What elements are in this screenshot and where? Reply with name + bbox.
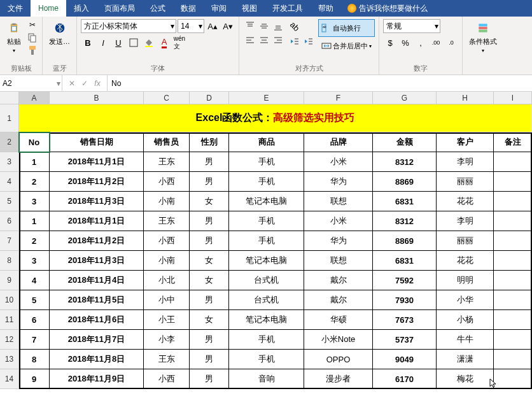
row-header[interactable]: 12 [0, 330, 19, 350]
cell[interactable]: 牛牛 [437, 330, 494, 350]
cell[interactable]: 手机 [229, 152, 304, 172]
phonetic-button[interactable]: wén文 [172, 36, 186, 50]
cell[interactable]: 李明 [437, 152, 494, 172]
menu-help[interactable]: 帮助 [311, 0, 341, 17]
cell[interactable]: 手机 [229, 172, 304, 192]
cell[interactable]: 潇潇 [437, 350, 494, 369]
cell[interactable]: 男 [190, 172, 229, 192]
column-header[interactable]: D [190, 92, 229, 104]
cell[interactable]: 8 [19, 350, 50, 369]
cell[interactable] [494, 369, 532, 389]
cell[interactable]: 手机 [229, 350, 304, 369]
increase-decimal-button[interactable]: .00 [429, 36, 443, 50]
row-header[interactable]: 14 [0, 369, 19, 389]
cell[interactable] [494, 152, 532, 172]
cell[interactable]: 笔记本电脑 [229, 192, 304, 211]
cell[interactable]: 戴尔 [304, 290, 373, 310]
increase-indent-button[interactable] [302, 34, 316, 48]
cell[interactable]: 8312 [373, 211, 437, 231]
cell[interactable]: 9049 [373, 350, 437, 369]
cell[interactable]: 男 [190, 231, 229, 251]
cell[interactable]: 男 [190, 152, 229, 172]
fx-button[interactable]: fx [92, 79, 103, 88]
cell[interactable]: 漫步者 [304, 369, 373, 389]
column-header[interactable]: H [437, 92, 494, 104]
cell[interactable]: 2018年11月1日 [50, 152, 144, 172]
cell[interactable]: OPPO [304, 350, 373, 369]
cell[interactable]: 小南 [144, 192, 190, 211]
cell[interactable]: 金额 [373, 132, 437, 152]
cell[interactable]: 小米 [304, 152, 373, 172]
cell[interactable]: 男 [190, 290, 229, 310]
cell[interactable]: 2 [19, 172, 50, 192]
cell[interactable]: 小西 [144, 231, 190, 251]
cell[interactable]: 女 [190, 310, 229, 330]
column-header[interactable]: C [144, 92, 190, 104]
tell-me[interactable]: 告诉我你想要做什么 [341, 0, 434, 17]
cell[interactable]: 女 [190, 251, 229, 271]
decrease-font-button[interactable]: A▾ [221, 19, 235, 33]
name-box-input[interactable] [3, 79, 59, 88]
cell[interactable]: 小杨 [437, 310, 494, 330]
cell[interactable] [494, 172, 532, 192]
cell[interactable]: 6 [19, 310, 50, 330]
cell[interactable]: 3 [19, 251, 50, 271]
bluetooth-send-button[interactable]: 发送… [46, 19, 73, 48]
row-header[interactable]: 10 [0, 290, 19, 310]
cell[interactable]: 2018年11月7日 [50, 330, 144, 350]
cell[interactable]: 华硕 [304, 310, 373, 330]
align-bottom-button[interactable] [271, 19, 285, 33]
cell[interactable]: 2018年11月3日 [50, 192, 144, 211]
row-header[interactable]: 1 [0, 104, 19, 132]
comma-button[interactable]: , [414, 36, 428, 50]
font-color-button[interactable]: A [157, 36, 171, 50]
fill-color-button[interactable] [142, 36, 156, 50]
cell[interactable]: 小中 [144, 290, 190, 310]
row-header[interactable]: 7 [0, 231, 19, 251]
cell[interactable]: 丽丽 [437, 172, 494, 192]
cell[interactable] [494, 310, 532, 330]
cell[interactable]: 台式机 [229, 290, 304, 310]
cell[interactable] [494, 350, 532, 369]
menu-review[interactable]: 审阅 [204, 0, 234, 17]
cell[interactable] [494, 290, 532, 310]
row-header[interactable]: 9 [0, 271, 19, 290]
cell[interactable]: 2018年11月6日 [50, 310, 144, 330]
border-button[interactable] [127, 36, 141, 50]
cell[interactable]: 小西 [144, 369, 190, 389]
cell[interactable]: 联想 [304, 192, 373, 211]
cell[interactable]: 小华 [437, 290, 494, 310]
cell[interactable]: No [19, 132, 50, 152]
cell[interactable]: 7930 [373, 290, 437, 310]
cell[interactable]: 客户 [437, 132, 494, 152]
cell[interactable]: 联想 [304, 251, 373, 271]
row-header[interactable]: 3 [0, 152, 19, 172]
menu-insert[interactable]: 插入 [66, 0, 97, 17]
cell[interactable]: 男 [190, 330, 229, 350]
align-top-button[interactable] [243, 19, 257, 33]
cell[interactable]: 花花 [437, 251, 494, 271]
row-header[interactable]: 13 [0, 350, 19, 369]
cell[interactable]: 华为 [304, 172, 373, 192]
column-header[interactable]: B [50, 92, 144, 104]
format-painter-button[interactable] [27, 45, 38, 56]
cancel-formula-button[interactable]: ✕ [66, 79, 78, 88]
menu-home[interactable]: Home [31, 0, 66, 17]
cell[interactable]: 4 [19, 271, 50, 290]
select-all-corner[interactable] [0, 92, 19, 104]
merge-center-button[interactable]: 合并后居中 ▾ [318, 37, 375, 55]
column-header[interactable]: F [304, 92, 373, 104]
cell[interactable]: 2018年11月3日 [50, 251, 144, 271]
cell[interactable]: 6831 [373, 192, 437, 211]
cell[interactable]: 音响 [229, 369, 304, 389]
cell[interactable]: 明明 [437, 271, 494, 290]
cell[interactable]: 戴尔 [304, 271, 373, 290]
formula-input[interactable] [111, 79, 528, 88]
cell[interactable]: 6170 [373, 369, 437, 389]
menu-file[interactable]: 文件 [0, 0, 31, 17]
number-format-select[interactable]: 常规 ▾ [383, 19, 440, 33]
currency-button[interactable]: $ [383, 36, 397, 50]
cell[interactable]: 花花 [437, 192, 494, 211]
cell[interactable]: 手机 [229, 211, 304, 231]
cell[interactable]: 1 [19, 152, 50, 172]
